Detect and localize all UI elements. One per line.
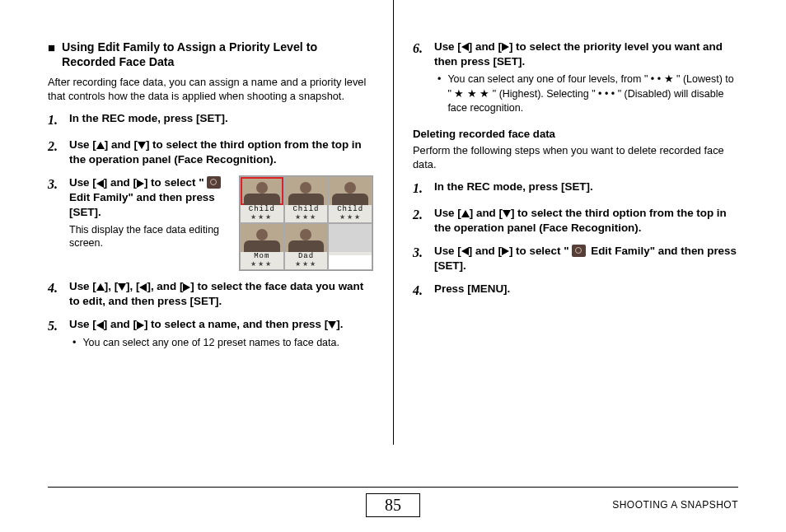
face-thumbnail — [329, 177, 372, 205]
bullet-dot-icon: • — [437, 72, 441, 116]
square-bullet-icon: ■ — [48, 40, 55, 70]
step-text: Use [] and [] to select the third option… — [69, 138, 373, 167]
step-number: 1. — [413, 180, 429, 198]
step-text: Use [], [], [], and [] to select the fac… — [69, 279, 373, 309]
face-thumbnail — [241, 224, 283, 252]
step-text: Use [] and [] to select the priority lev… — [434, 40, 738, 69]
step-2: 2. Use [] and [] to select the third opt… — [48, 138, 373, 167]
step-6: 6. Use [] and [] to select the priority … — [413, 40, 738, 116]
footer-title: SHOOTING A SNAPSHOT — [612, 499, 738, 511]
right-arrow-icon — [137, 180, 144, 188]
heading-text: Using Edit Family to Assign a Priority L… — [62, 40, 373, 70]
step-number: 2. — [413, 206, 429, 236]
step-5: 5. Use [] and [] to select a name, and t… — [48, 317, 373, 350]
step-number: 5. — [48, 317, 64, 350]
step-number: 4. — [413, 282, 429, 300]
step-1: 1. In the REC mode, press [SET]. — [48, 111, 373, 129]
left-arrow-icon — [461, 43, 469, 51]
left-column: ■ Using Edit Family to Assign a Priority… — [48, 40, 393, 484]
right-arrow-icon — [183, 283, 190, 292]
step-number: 2. — [48, 138, 64, 167]
face-data-grid: Child ★★★ Child ★★★ Child ★★★ — [239, 175, 373, 271]
step-number: 3. — [413, 244, 429, 273]
delete-intro: Perform the following steps when you wan… — [413, 143, 738, 172]
down-arrow-icon — [503, 210, 511, 217]
face-cell: Child ★★★ — [284, 176, 329, 223]
delete-step-4: 4. Press [MENU]. — [413, 282, 738, 300]
face-cell: Child ★★★ — [328, 176, 372, 223]
face-thumbnail — [285, 177, 328, 205]
down-arrow-icon — [328, 321, 336, 329]
step-text: Press [MENU]. — [434, 282, 738, 300]
up-arrow-icon — [96, 142, 105, 149]
face-thumbnail — [241, 177, 283, 205]
step-number: 4. — [48, 279, 64, 309]
step-text: Use [] and [] to select " Edit Family" a… — [434, 244, 738, 273]
delete-subheading: Deleting recorded face data — [413, 128, 738, 140]
page-footer: 85 SHOOTING A SNAPSHOT — [48, 487, 738, 517]
right-column: 6. Use [] and [] to select the priority … — [393, 40, 738, 484]
down-arrow-icon — [138, 142, 146, 149]
bullet-note: • You can select any one of 12 preset na… — [69, 336, 373, 351]
left-arrow-icon — [96, 321, 104, 329]
step-text: In the REC mode, press [SET]. — [434, 180, 738, 198]
step-number: 6. — [413, 40, 429, 116]
up-arrow-icon — [96, 283, 105, 291]
intro-paragraph: After recording face data, you can assig… — [48, 75, 373, 104]
face-thumbnail — [285, 224, 328, 252]
edit-family-icon — [572, 245, 586, 257]
step-text: Use [] and [] to select " Edit Family" a… — [69, 175, 232, 220]
right-arrow-icon — [502, 247, 509, 255]
step-text: In the REC mode, press [SET]. — [69, 112, 228, 124]
bullet-note: • You can select any one of four levels,… — [434, 72, 738, 116]
step-4: 4. Use [], [], [], and [] to select the … — [48, 279, 373, 309]
section-heading: ■ Using Edit Family to Assign a Priority… — [48, 40, 373, 70]
step-3: 3. Use [] and [] to select " Edit Family… — [48, 175, 373, 271]
delete-step-3: 3. Use [] and [] to select " Edit Family… — [413, 244, 738, 273]
up-arrow-icon — [461, 210, 470, 217]
page-number: 85 — [366, 493, 420, 517]
face-cell: Mom ★★★ — [240, 223, 284, 270]
content-columns: ■ Using Edit Family to Assign a Priority… — [48, 40, 738, 484]
step-text: Use [] and [] to select the third option… — [434, 206, 738, 236]
delete-step-1: 1. In the REC mode, press [SET]. — [413, 180, 738, 198]
left-arrow-icon — [461, 247, 469, 255]
right-arrow-icon — [137, 321, 144, 329]
face-cell: Child ★★★ — [240, 176, 284, 223]
right-arrow-icon — [502, 43, 509, 51]
face-cell-empty — [328, 223, 372, 270]
delete-step-2: 2. Use [] and [] to select the third opt… — [413, 206, 738, 236]
footer-rule — [48, 487, 738, 488]
left-arrow-icon — [96, 180, 104, 188]
bullet-dot-icon: • — [73, 336, 76, 351]
face-cell: Dad ★★★ — [284, 223, 329, 270]
step-number: 1. — [48, 111, 64, 129]
face-thumbnail — [329, 224, 372, 252]
edit-family-icon — [207, 176, 221, 189]
step-text: Use [] and [] to select a name, and then… — [69, 317, 373, 332]
step-note: This display the face data editing scree… — [69, 223, 232, 251]
step-number: 3. — [48, 175, 64, 271]
down-arrow-icon — [118, 283, 126, 291]
